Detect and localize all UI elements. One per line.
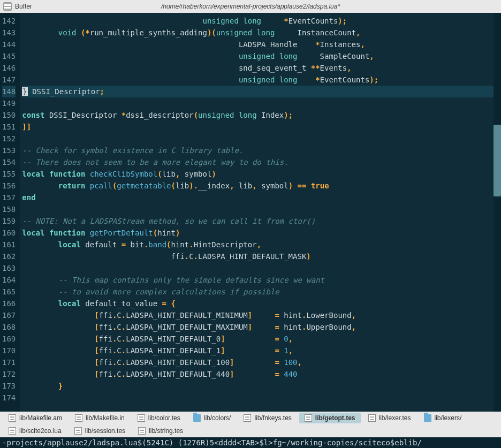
- line-number: 159: [2, 215, 16, 227]
- code-line[interactable]: ]]: [22, 121, 501, 133]
- code-line[interactable]: }: [22, 380, 501, 392]
- line-number: 150: [2, 109, 16, 121]
- file-icon: [9, 427, 16, 435]
- code-line[interactable]: } DSSI_Descriptor;: [22, 86, 501, 97]
- code-line[interactable]: -- Check for symbol existence in C libra…: [22, 145, 501, 156]
- line-number: 164: [2, 274, 16, 286]
- file-tab-bar: lib/Makefile.amlib/Makefile.inlib/color.…: [0, 412, 501, 437]
- line-number: 142: [2, 15, 16, 27]
- line-number: 174: [2, 392, 16, 404]
- line-number: 143: [2, 27, 16, 39]
- menu-icon[interactable]: [3, 2, 12, 11]
- file-icon: [305, 414, 312, 422]
- file-tab[interactable]: lib/scite2co.lua: [3, 426, 67, 436]
- file-tab-label: lib/getopt.tes: [315, 414, 355, 422]
- code-line[interactable]: local default = bit.band(hint.HintDescri…: [22, 239, 501, 250]
- file-tab-label: lib/session.tes: [85, 427, 125, 435]
- code-line[interactable]: const DSSI_Descriptor *dssi_descriptor(u…: [22, 109, 501, 121]
- code-line[interactable]: end: [22, 192, 501, 203]
- scrollbar-thumb[interactable]: [494, 125, 501, 196]
- code-line[interactable]: local function checkClibSymbol(lib, symb…: [22, 168, 501, 180]
- code-line[interactable]: snd_seq_event_t **Events,: [22, 62, 501, 74]
- code-line[interactable]: unsigned long *EventCounts);: [22, 15, 501, 27]
- file-tab[interactable]: lib/lexers/: [419, 413, 467, 423]
- code-line[interactable]: -- This map contains only the simple def…: [22, 274, 501, 286]
- status-bar: -projects/applause2/ladspa.lua$(5241C) (…: [0, 437, 501, 448]
- file-tab-label: lib/Makefile.in: [86, 414, 125, 422]
- line-number: 151: [2, 121, 16, 133]
- file-tab[interactable]: lib/Makefile.am: [3, 413, 67, 423]
- code-line[interactable]: [ffi.C.LADSPA_HINT_DEFAULT_100] = 100,: [22, 356, 501, 368]
- code-line[interactable]: [ffi.C.LADSPA_HINT_DEFAULT_0] = 0,: [22, 333, 501, 345]
- code-line[interactable]: unsigned long *EventCounts);: [22, 74, 501, 86]
- code-line[interactable]: unsigned long SampleCount,: [22, 50, 501, 62]
- code-line[interactable]: -- to avoid more complex calculations if…: [22, 286, 501, 298]
- line-number: 170: [2, 345, 16, 356]
- file-tab[interactable]: lib/color.tes: [132, 413, 186, 423]
- code-line[interactable]: ffi.C.LADSPA_HINT_DEFAULT_MASK): [22, 250, 501, 262]
- line-number: 153: [2, 145, 16, 156]
- file-icon: [74, 427, 82, 435]
- line-number: 155: [2, 168, 16, 180]
- file-tab-label: lib/color.tes: [148, 414, 180, 422]
- code-line[interactable]: [22, 392, 501, 404]
- code-line[interactable]: LADSPA_Handle *Instances,: [22, 39, 501, 50]
- line-number: 167: [2, 309, 16, 321]
- line-number: 149: [2, 97, 16, 109]
- vertical-scrollbar[interactable]: [494, 13, 501, 412]
- code-line[interactable]: [ffi.C.LADSPA_HINT_DEFAULT_MAXIMUM] = hi…: [22, 321, 501, 333]
- code-content[interactable]: unsigned long *EventCounts); void (*run_…: [20, 13, 501, 412]
- line-number: 168: [2, 321, 16, 333]
- line-number-gutter: 1421431441451461471481491501511521531541…: [0, 13, 20, 412]
- file-tab[interactable]: lib/lexer.tes: [363, 413, 416, 423]
- line-number: 172: [2, 368, 16, 380]
- file-icon: [9, 414, 16, 422]
- code-line[interactable]: -- There does not seem to be a more eleg…: [22, 156, 501, 168]
- code-line[interactable]: local default_to_value = {: [22, 298, 501, 309]
- file-tab[interactable]: lib/Makefile.in: [70, 413, 130, 423]
- file-tab[interactable]: lib/session.tes: [69, 426, 131, 436]
- line-number: 160: [2, 227, 16, 239]
- code-line[interactable]: [ffi.C.LADSPA_HINT_DEFAULT_440] = 440: [22, 368, 501, 380]
- file-tab-label: lib/string.tes: [149, 427, 183, 435]
- line-number: 145: [2, 50, 16, 62]
- file-tab[interactable]: lib/fnkeys.tes: [238, 413, 297, 423]
- code-line[interactable]: void (*run_multiple_synths_adding)(unsig…: [22, 27, 501, 39]
- file-icon: [75, 414, 82, 422]
- line-number: 154: [2, 156, 16, 168]
- file-tab[interactable]: lib/getopt.tes: [299, 413, 361, 423]
- file-icon: [138, 427, 146, 435]
- code-line[interactable]: local function getPortDefault(hint): [22, 227, 501, 239]
- line-number: 171: [2, 356, 16, 368]
- folder-icon: [424, 414, 431, 422]
- file-tab[interactable]: lib/string.tes: [133, 426, 188, 436]
- code-line[interactable]: [22, 203, 501, 215]
- line-number: 144: [2, 39, 16, 50]
- editor-area[interactable]: 1421431441451461471481491501511521531541…: [0, 13, 501, 412]
- file-tab-label: lib/colors/: [204, 414, 231, 422]
- code-line[interactable]: [22, 262, 501, 274]
- line-number: 162: [2, 250, 16, 262]
- code-line[interactable]: return pcall(getmetatable(lib).__index, …: [22, 180, 501, 192]
- file-path: /home/rhaberkorn/experimental-projects/a…: [161, 3, 340, 10]
- file-tab-label: lib/lexers/: [435, 414, 462, 422]
- file-icon: [368, 414, 376, 422]
- line-number: 173: [2, 380, 16, 392]
- file-icon: [138, 414, 145, 422]
- line-number: 161: [2, 239, 16, 250]
- line-number: 169: [2, 333, 16, 345]
- code-line[interactable]: [ffi.C.LADSPA_HINT_DEFAULT_1] = 1,: [22, 345, 501, 356]
- code-line[interactable]: [ffi.C.LADSPA_HINT_DEFAULT_MINIMUM] = hi…: [22, 309, 501, 321]
- code-line[interactable]: [22, 97, 501, 109]
- code-line[interactable]: -- NOTE: Not a LADSPAStream method, so w…: [22, 215, 501, 227]
- file-icon: [244, 414, 251, 422]
- line-number: 147: [2, 74, 16, 86]
- file-tab-label: lib/lexer.tes: [379, 414, 411, 422]
- folder-icon: [193, 414, 201, 422]
- line-number: 166: [2, 298, 16, 309]
- code-line[interactable]: [22, 133, 501, 145]
- line-number: 165: [2, 286, 16, 298]
- line-number: 163: [2, 262, 16, 274]
- line-number: 157: [2, 192, 16, 203]
- file-tab[interactable]: lib/colors/: [188, 413, 237, 423]
